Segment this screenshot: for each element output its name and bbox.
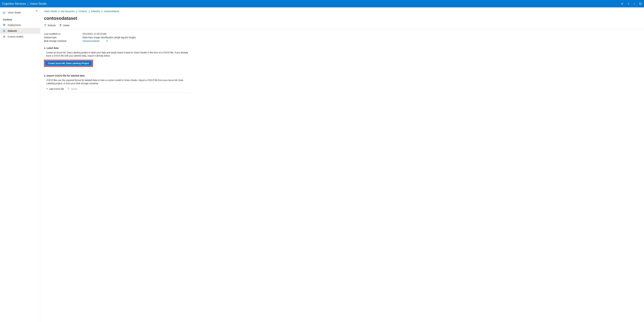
section-description: COCO files are the required format for l… xyxy=(44,79,188,85)
sidebar-home[interactable]: Vision Studio xyxy=(0,10,40,16)
sidebar-item-label: Datasets xyxy=(8,30,17,32)
plus-icon: + xyxy=(46,87,48,91)
sidebar-resource-label: Contoso xyxy=(3,18,12,21)
page-title: contosodataset xyxy=(44,16,640,21)
meta-label: Dataset type xyxy=(44,36,82,39)
main-content: Vision Studio ❯ My resources ❯ Contoso ❯… xyxy=(40,8,644,322)
svg-rect-5 xyxy=(3,24,4,25)
datasets-icon xyxy=(3,30,6,32)
action-bar: Refresh Delete xyxy=(44,24,640,29)
section-description: Create an Azure ML Data Labeling project… xyxy=(44,51,188,58)
breadcrumb-link[interactable]: Contoso xyxy=(79,10,87,13)
external-link-icon xyxy=(106,40,108,42)
topbar: Cognitive Services | Vision Studio xyxy=(0,0,644,8)
svg-point-1 xyxy=(628,4,628,5)
svg-point-7 xyxy=(3,30,5,31)
breadcrumb-link[interactable]: Vision Studio xyxy=(44,10,57,13)
coco-action-bar: + Add COCO file Delete xyxy=(44,87,640,91)
chevron-right-icon: ❯ xyxy=(88,10,90,12)
meta-row-last-modified: Last modified on 2/21/2023, 11:53:15 AM xyxy=(44,32,640,36)
divider xyxy=(40,29,644,29)
trash-icon xyxy=(59,24,62,27)
add-coco-label: Add COCO file xyxy=(49,88,64,90)
trash-icon xyxy=(67,88,70,90)
custom-models-icon xyxy=(3,35,6,38)
chevron-down-icon[interactable] xyxy=(633,2,636,5)
meta-row-blob: Blob storage container contosocontainer xyxy=(44,39,640,43)
blob-container-name: contosocontainer xyxy=(82,40,100,42)
label-data-section: 1. Label data Create an Azure ML Data La… xyxy=(44,47,640,71)
svg-point-2 xyxy=(639,3,642,5)
breadcrumb-link[interactable]: My resources xyxy=(61,10,74,13)
sidebar-item-deployments[interactable]: Deployments xyxy=(0,22,40,28)
topbar-service-label: Cognitive Services xyxy=(2,2,26,6)
collapse-sidebar-icon[interactable] xyxy=(36,10,38,12)
chevron-right-icon: ❯ xyxy=(101,10,102,12)
add-coco-file-button[interactable]: + Add COCO file xyxy=(46,87,64,91)
svg-point-4 xyxy=(641,3,641,4)
refresh-button[interactable]: Refresh xyxy=(44,24,56,27)
meta-row-dataset-type: Dataset type Multi-class image classific… xyxy=(44,36,640,39)
topbar-title: Cognitive Services | Vision Studio xyxy=(2,2,47,6)
delete-label: Delete xyxy=(63,24,70,27)
meta-value: Multi-class image classification (single… xyxy=(82,36,136,39)
sidebar-item-label: Custom models xyxy=(8,35,23,38)
delete-button[interactable]: Delete xyxy=(59,24,70,27)
section-title: 2. Import COCO file for labeled data xyxy=(44,74,640,77)
topbar-app-label: Vision Studio xyxy=(30,2,47,6)
meta-label: Blob storage container xyxy=(44,40,82,42)
create-data-labeling-project-button[interactable]: Create Azure ML Data Labeling Project xyxy=(45,61,92,66)
sidebar-item-custom-models[interactable]: Custom models xyxy=(0,34,40,40)
svg-point-3 xyxy=(640,3,640,4)
blob-container-link[interactable]: contosocontainer xyxy=(82,40,108,42)
sidebar-item-datasets[interactable]: Datasets xyxy=(0,28,40,34)
deployments-icon xyxy=(3,24,6,26)
home-icon xyxy=(3,11,6,14)
chevron-right-icon: ❯ xyxy=(76,10,78,12)
meta-table: Last modified on 2/21/2023, 11:53:15 AM … xyxy=(44,32,640,43)
svg-point-0 xyxy=(622,3,623,4)
breadcrumb-link[interactable]: Datasets xyxy=(91,10,100,13)
topbar-right xyxy=(620,2,642,5)
highlight-box: Create Azure ML Data Labeling Project xyxy=(44,60,93,67)
sidebar-home-label: Vision Studio xyxy=(8,11,21,14)
delete-coco-button: Delete xyxy=(67,88,77,90)
meta-value: 2/21/2023, 11:53:15 AM xyxy=(82,33,106,35)
help-icon[interactable] xyxy=(627,2,630,5)
chevron-right-icon: ❯ xyxy=(58,10,60,12)
sidebar: Vision Studio Contoso Deployments Datase… xyxy=(0,8,40,322)
topbar-divider: | xyxy=(28,2,28,6)
breadcrumb-current: contosodataset xyxy=(104,10,119,13)
import-coco-section: 2. Import COCO file for labeled data COC… xyxy=(44,74,640,93)
refresh-label: Refresh xyxy=(48,24,56,27)
settings-icon[interactable] xyxy=(620,2,624,5)
sidebar-resource-header: Contoso xyxy=(0,16,40,22)
section-title: 1. Label data xyxy=(44,47,640,49)
sidebar-item-label: Deployments xyxy=(8,24,21,26)
divider xyxy=(46,93,191,93)
meta-label: Last modified on xyxy=(44,33,82,35)
svg-rect-6 xyxy=(4,24,5,25)
refresh-icon xyxy=(44,24,46,27)
breadcrumb: Vision Studio ❯ My resources ❯ Contoso ❯… xyxy=(44,10,640,13)
feedback-icon[interactable] xyxy=(639,2,642,5)
delete-coco-label: Delete xyxy=(71,88,77,90)
